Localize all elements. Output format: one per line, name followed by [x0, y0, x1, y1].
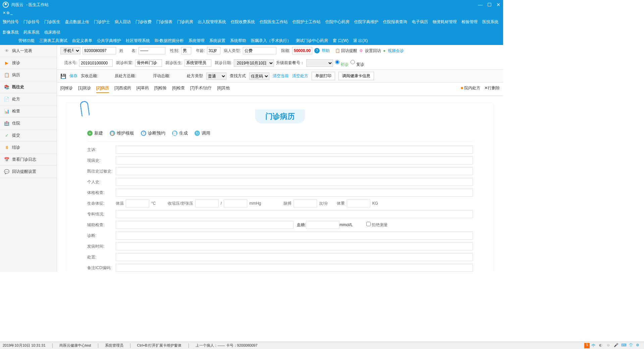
tab[interactable]: [0]候诊 — [60, 85, 73, 93]
patient-type-input[interactable] — [243, 47, 276, 54]
menu-item[interactable]: 检验管理 — [462, 19, 478, 25]
sidebar-item[interactable]: 📚既往史 — [0, 81, 57, 93]
maximize-icon[interactable]: ☐ — [487, 2, 492, 7]
form-action[interactable]: ↻调用 — [195, 130, 210, 136]
sidebar-item[interactable]: 🏥住院 — [0, 117, 57, 130]
menu-item[interactable]: 药库系统 — [23, 30, 40, 35]
menu-item[interactable]: 系统设置 — [209, 38, 225, 44]
menu-item[interactable]: 门诊医生 — [44, 19, 60, 25]
minimize-icon[interactable]: — — [478, 2, 483, 7]
set-visit-link[interactable]: 设置回访 — [365, 48, 381, 54]
menu-item[interactable]: 出入院管理系统 — [198, 19, 226, 25]
menu-item[interactable]: 门诊护士 — [94, 19, 110, 25]
sidebar-item[interactable]: 📋病历 — [0, 69, 57, 81]
present-illness-input[interactable] — [116, 156, 473, 164]
sidebar-item[interactable]: 💬回访提醒设置 — [0, 166, 57, 178]
video-link[interactable]: 视频会诊 — [388, 48, 404, 54]
menu-item[interactable]: 三测表工具测试 — [39, 38, 67, 44]
menu-item[interactable]: 盘点数据上传 — [65, 19, 89, 25]
search-mode-select[interactable]: 任意码 — [249, 72, 269, 80]
refuse-measure-checkbox[interactable]: 拒绝测量 — [366, 222, 388, 228]
menu-item[interactable]: 临床路径 — [44, 30, 60, 35]
form-action[interactable]: 📋维护模板 — [110, 130, 134, 136]
menu-item[interactable]: 公共字典维护 — [97, 38, 121, 44]
menu-item[interactable]: 门诊药房 — [177, 19, 193, 25]
icd-input[interactable] — [116, 264, 473, 272]
save-icon[interactable]: 💾 — [60, 73, 66, 79]
tab[interactable]: [4]草药 — [137, 85, 149, 93]
tab[interactable]: [8]其他 — [217, 85, 229, 93]
blood-sugar-input[interactable] — [306, 221, 339, 229]
clear-current-link[interactable]: 清空当前 — [273, 73, 289, 79]
temperature-input[interactable] — [126, 199, 149, 207]
sidebar-item[interactable]: 📊检查 — [0, 105, 57, 117]
health-card-button[interactable]: 调阅健康卡信息 — [338, 72, 374, 80]
first-visit-radio[interactable]: 初诊 — [335, 58, 348, 67]
sex-input[interactable] — [181, 47, 191, 54]
inhouse-rx[interactable]: ■ 院内处方 — [461, 85, 480, 93]
menu-item[interactable]: BI-数据挖掘分析 — [155, 38, 184, 44]
tab[interactable]: [5]检验 — [154, 85, 167, 93]
sidebar-item[interactable]: 👁病人一览表 — [0, 45, 57, 57]
menu-item[interactable]: 住院护士工作站 — [292, 19, 321, 25]
age-input[interactable] — [207, 47, 220, 54]
menu-item[interactable]: 窗 口(W) — [333, 38, 348, 44]
sidebar-item[interactable]: 📄处方 — [0, 93, 57, 105]
menu-item[interactable]: 系统管理 — [189, 38, 205, 44]
menu-item[interactable]: 退 出(X) — [353, 38, 368, 44]
aux-exam-input[interactable] — [116, 221, 293, 229]
phone-type-select[interactable]: 手机号 — [60, 47, 80, 54]
tab[interactable]: [1]就诊 — [78, 85, 91, 93]
tab[interactable]: [3]西成药 — [114, 85, 131, 93]
menu-item[interactable]: 测试门诊中心药房 — [296, 38, 328, 44]
physical-exam-input[interactable] — [116, 189, 473, 197]
close-icon[interactable]: ✕ — [496, 2, 500, 7]
tab[interactable]: [6]检查 — [172, 85, 184, 93]
menu-item[interactable]: 住院字典维护 — [354, 19, 378, 25]
menu-item[interactable]: 系统帮助 — [230, 38, 246, 44]
return-visit-radio[interactable]: 复诊 — [351, 58, 364, 67]
upgrade-select[interactable] — [306, 59, 333, 67]
menu-item[interactable]: 物资耗材管理 — [433, 19, 457, 25]
sidebar-item[interactable]: 📅查看门诊日志 — [0, 154, 57, 166]
sidebar-item[interactable]: ▶接诊 — [0, 57, 57, 69]
phone-input[interactable] — [83, 47, 116, 54]
menu-item[interactable]: 门诊报表 — [156, 19, 172, 25]
delete-row[interactable]: ✕行删除 — [484, 85, 500, 93]
sidebar-item[interactable]: ✓提交 — [0, 130, 57, 142]
tab[interactable]: [7]手术/治疗 — [190, 85, 212, 93]
menu-item[interactable]: 影像系统 — [3, 30, 19, 35]
weight-input[interactable] — [347, 199, 370, 207]
print-button[interactable]: 单据打印 — [312, 72, 335, 80]
diagnosis-input[interactable] — [116, 232, 473, 240]
menu-item[interactable]: 社区管理系统 — [126, 38, 150, 44]
visit-remind-link[interactable]: 回访提醒 — [341, 48, 357, 53]
chief-complaint-input[interactable] — [116, 146, 473, 154]
menu-item[interactable]: 住院报表查询 — [383, 19, 407, 25]
form-action[interactable]: +新建 — [87, 130, 103, 136]
menu-item[interactable]: 营销功能 — [18, 38, 35, 44]
menu-item[interactable]: 住院医生工作站 — [260, 19, 288, 25]
serial-input[interactable] — [79, 59, 113, 67]
dept-input[interactable] — [135, 59, 162, 67]
menu-item[interactable]: 自定义表单 — [72, 38, 92, 44]
limit-input[interactable] — [292, 47, 312, 54]
pulse-input[interactable] — [293, 199, 317, 207]
menu-item[interactable]: 门诊挂号 — [23, 19, 40, 25]
treatment-input[interactable] — [116, 253, 473, 261]
date-select[interactable]: 2019年10月10日 — [234, 59, 274, 67]
systolic-input[interactable] — [195, 199, 219, 207]
menu-item[interactable]: 医技系统 — [482, 19, 498, 25]
help-link[interactable]: 帮助 — [322, 48, 330, 54]
help-icon[interactable]: ? — [314, 48, 320, 53]
menu-item[interactable]: 住院收费系统 — [231, 19, 255, 25]
diastolic-input[interactable] — [224, 199, 247, 207]
personal-history-input[interactable] — [116, 178, 473, 186]
clear-rx-link[interactable]: 清空处方 — [292, 73, 308, 79]
tab[interactable]: [2]病历 — [96, 85, 109, 93]
menu-item[interactable]: 住院中心药房 — [325, 19, 350, 25]
save-button[interactable]: 保存 — [69, 73, 77, 79]
form-action[interactable]: 🕐诊断预约 — [141, 130, 165, 136]
menu-item[interactable]: 电子病历 — [412, 19, 428, 25]
menu-item[interactable]: 预约挂号 — [3, 19, 19, 25]
